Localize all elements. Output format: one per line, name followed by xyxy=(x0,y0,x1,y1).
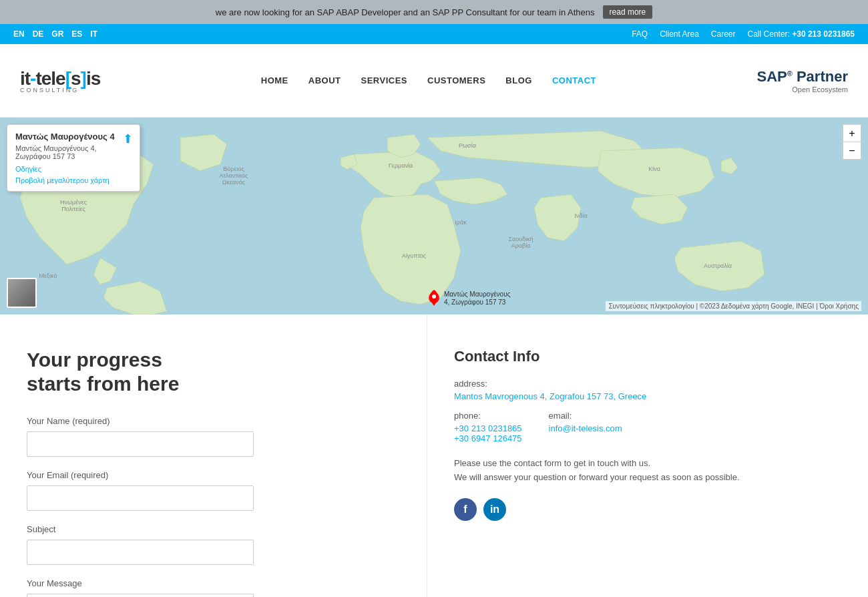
lang-en[interactable]: EN xyxy=(13,29,25,39)
svg-text:Κίνα: Κίνα xyxy=(648,166,660,172)
email-input[interactable] xyxy=(27,485,254,511)
facebook-icon[interactable]: f xyxy=(454,498,477,521)
contact-title: Contact Info xyxy=(454,348,841,365)
svg-text:Ιράκ: Ιράκ xyxy=(455,219,467,226)
popup-directions-link[interactable]: Οδηγίες xyxy=(15,165,41,173)
contact-area: Contact Info address: Mantos Mavrogenous… xyxy=(427,315,868,597)
phone-column: phone: +30 213 0231865 +30 6947 126475 xyxy=(454,411,522,443)
social-icons: f in xyxy=(454,498,841,521)
message-textarea[interactable] xyxy=(27,594,254,597)
phone1-value: +30 213 0231865 xyxy=(454,423,522,433)
faq-link[interactable]: FAQ xyxy=(632,29,648,39)
client-area-link[interactable]: Client Area xyxy=(660,29,699,39)
email-column: email: info@it-telesis.com xyxy=(549,411,622,443)
contact-note: Please use the contact form to get in to… xyxy=(454,457,841,485)
svg-text:Αραβία: Αραβία xyxy=(511,242,531,249)
name-form-group: Your Name (required) xyxy=(27,416,400,457)
lang-de[interactable]: DE xyxy=(33,29,44,39)
svg-text:Αίγυπτος: Αίγυπτος xyxy=(402,252,427,259)
svg-text:Μεξικό: Μεξικό xyxy=(39,272,57,279)
subject-label: Subject xyxy=(27,524,400,534)
name-label: Your Name (required) xyxy=(27,416,400,426)
sap-partner-label: SAP® Partner xyxy=(756,68,848,85)
popup-larger-link[interactable]: Προβολή μεγαλύτερου χάρτη xyxy=(15,176,132,184)
nav-about[interactable]: ABOUT xyxy=(308,75,341,85)
sap-sub-label: Open Ecosystem xyxy=(792,85,848,93)
svg-text:Βόρειος: Βόρειος xyxy=(223,166,244,172)
announcement-text: we are now looking for an SAP ABAP Devel… xyxy=(216,7,595,17)
phone-email-columns: phone: +30 213 0231865 +30 6947 126475 e… xyxy=(454,411,841,443)
secondary-nav: EN DE GR ES IT FAQ Client Area Career Ca… xyxy=(0,24,868,44)
lang-gr[interactable]: GR xyxy=(51,29,63,39)
read-more-button[interactable]: read more xyxy=(603,5,653,19)
nav-contact[interactable]: CONTACT xyxy=(552,75,596,85)
content-section: Your progress starts from here Your Name… xyxy=(0,315,868,597)
career-link[interactable]: Career xyxy=(711,29,736,39)
svg-text:Ηνωμένες: Ηνωμένες xyxy=(60,199,87,206)
nav-blog[interactable]: BLOG xyxy=(505,75,532,85)
address-label: address: xyxy=(454,379,841,389)
nav-services[interactable]: SERVICES xyxy=(361,75,407,85)
svg-text:4, Ζωγράφου 157 73: 4, Ζωγράφου 157 73 xyxy=(444,298,506,306)
lang-es[interactable]: ES xyxy=(71,29,82,39)
nav-customers[interactable]: CUSTOMERS xyxy=(427,75,485,85)
popup-nav-icon: ⬆ xyxy=(123,132,133,146)
logo-area: it-tele[s]is CONSULTING xyxy=(20,68,100,93)
email-contact-value: info@it-telesis.com xyxy=(549,423,622,433)
svg-text:Ινδία: Ινδία xyxy=(574,212,587,219)
email-form-group: Your Email (required) xyxy=(27,470,400,511)
map-controls: + − xyxy=(843,124,861,160)
map-attribution: Συντομεύσεις πληκτρολογίου | ©2023 Δεδομ… xyxy=(606,301,861,311)
lang-it[interactable]: IT xyxy=(90,29,97,39)
subject-form-group: Subject xyxy=(27,524,400,565)
name-input[interactable] xyxy=(27,431,254,457)
popup-title: Μαντώς Μαυρογένους 4 xyxy=(15,132,132,142)
svg-text:Σαουδική: Σαουδική xyxy=(508,236,533,242)
phone-number: +30 213 0231865 xyxy=(792,29,855,39)
form-area: Your progress starts from here Your Name… xyxy=(0,315,427,597)
map-container: Ηνωμένες Πολιτείες Μεξικό Ρωσία Γερμανία… xyxy=(0,118,868,315)
message-label: Your Message xyxy=(27,578,400,588)
main-nav: HOME ABOUT SERVICES CUSTOMERS BLOG CONTA… xyxy=(261,75,596,85)
svg-text:Πολιτείες: Πολιτείες xyxy=(61,206,85,212)
logo-subtitle: CONSULTING xyxy=(20,87,100,93)
svg-text:Μαντώς Μαυρογένους: Μαντώς Μαυρογένους xyxy=(444,290,511,298)
zoom-out-button[interactable]: − xyxy=(843,142,861,160)
street-view-thumbnail[interactable] xyxy=(7,278,37,308)
linkedin-icon[interactable]: in xyxy=(483,498,506,521)
nav-home[interactable]: HOME xyxy=(261,75,288,85)
call-center-label: Call Center: +30 213 0231865 xyxy=(748,29,855,39)
popup-addr: Μαντώς Μαυρογένους 4, Ζωγράφου 157 73 xyxy=(15,144,132,160)
address-value: Mantos Mavrogenous 4, Zografou 157 73, G… xyxy=(454,391,841,401)
phone2-value: +30 6947 126475 xyxy=(454,433,522,443)
main-header: it-tele[s]is CONSULTING HOME ABOUT SERVI… xyxy=(0,44,868,118)
subject-input[interactable] xyxy=(27,540,254,565)
map-popup: Μαντώς Μαυρογένους 4 Μαντώς Μαυρογένους … xyxy=(7,124,140,192)
language-group: EN DE GR ES IT xyxy=(13,29,97,39)
svg-point-20 xyxy=(432,294,436,298)
zoom-in-button[interactable]: + xyxy=(843,125,861,142)
svg-text:Ατλαντικός: Ατλαντικός xyxy=(220,172,249,179)
svg-text:Ωκεανός: Ωκεανός xyxy=(222,179,246,186)
form-heading: Your progress starts from here xyxy=(27,348,400,396)
email-label: Your Email (required) xyxy=(27,470,400,480)
email-contact-label: email: xyxy=(549,411,622,421)
phone-label: phone: xyxy=(454,411,522,421)
message-form-group: Your Message xyxy=(27,578,400,597)
svg-text:Ρωσία: Ρωσία xyxy=(459,142,476,149)
right-links: FAQ Client Area Career Call Center: +30 … xyxy=(632,29,855,39)
announcement-bar: we are now looking for an SAP ABAP Devel… xyxy=(0,0,868,24)
sap-badge: SAP® Partner Open Ecosystem xyxy=(756,68,848,93)
svg-text:Γερμανία: Γερμανία xyxy=(389,162,413,169)
svg-text:Αυστραλία: Αυστραλία xyxy=(704,262,732,269)
address-row: address: Mantos Mavrogenous 4, Zografou … xyxy=(454,379,841,401)
